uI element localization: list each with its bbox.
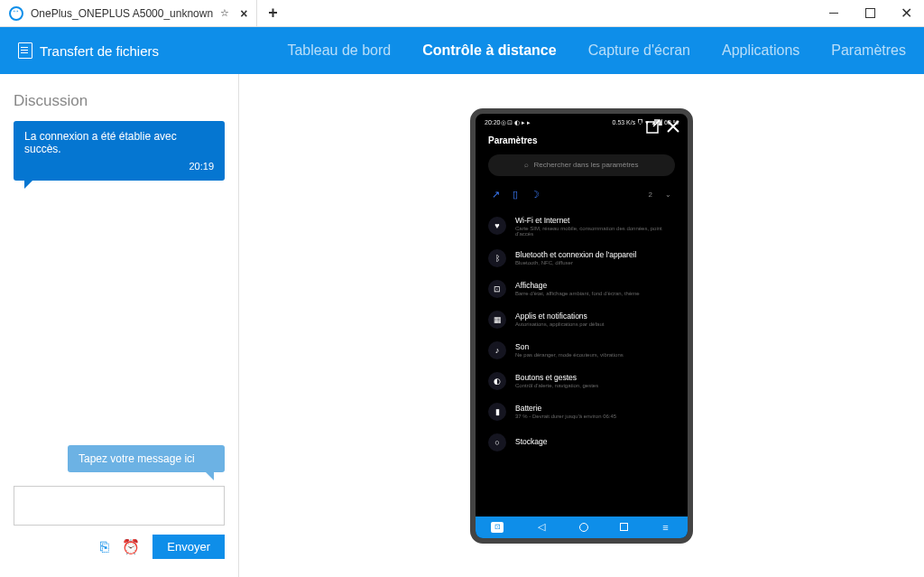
- close-tab-icon[interactable]: ×: [240, 6, 247, 21]
- setting-icon: ▮: [488, 403, 506, 421]
- file-transfer-icon: [18, 42, 32, 59]
- setting-icon: ◐: [488, 372, 506, 390]
- favorite-star-icon[interactable]: ☆: [220, 7, 229, 19]
- attach-file-icon[interactable]: ⎘: [100, 539, 109, 555]
- chat-message: La connexion a été établie avec succès. …: [14, 121, 225, 181]
- phone-navbar: ⊡ ◁ ≡: [476, 517, 688, 538]
- quick-phone-icon[interactable]: ▯: [513, 189, 518, 200]
- setting-subtitle: Bluetooth, NFC, diffuser: [515, 260, 636, 265]
- status-time: 20:20: [485, 119, 501, 126]
- chat-message-text: La connexion a été établie avec succès.: [24, 130, 214, 155]
- quick-badge: 2: [649, 191, 652, 199]
- search-icon: ⌕: [524, 161, 529, 169]
- setting-subtitle: Autorisations, applications par défaut: [515, 321, 604, 327]
- setting-title: Son: [515, 342, 624, 351]
- setting-icon: ○: [488, 433, 506, 451]
- nav-settings[interactable]: Paramètres: [831, 42, 906, 59]
- setting-subtitle: Carte SIM, réseau mobile, consommation d…: [515, 226, 675, 237]
- status-left-icons: ◎ ⊡ ◐ ▸ ▸: [501, 119, 531, 126]
- setting-icon: ▦: [488, 311, 506, 329]
- send-button[interactable]: Envoyer: [152, 535, 225, 559]
- chevron-down-icon[interactable]: ⌄: [665, 191, 671, 199]
- setting-title: Wi-Fi et Internet: [515, 216, 675, 225]
- setting-icon: ♪: [488, 341, 506, 359]
- teamviewer-icon: [9, 6, 23, 21]
- nav-dashboard[interactable]: Tableau de bord: [287, 42, 391, 59]
- settings-item[interactable]: ○ Stockage: [476, 427, 688, 458]
- message-input[interactable]: [14, 486, 225, 526]
- device-preview-area: 20:20 ◎ ⊡ ◐ ▸ ▸ 0.53 K/s ⛉ ♥ ▲ ◢ 68 % Pa…: [239, 74, 924, 577]
- nav-teamviewer-icon[interactable]: ⊡: [491, 522, 504, 533]
- settings-item[interactable]: ᛒ Bluetooth et connexion de l'appareil B…: [476, 243, 688, 274]
- setting-subtitle: Ne pas déranger, mode écouteurs, vibrati…: [515, 352, 624, 358]
- close-preview-icon[interactable]: [666, 119, 680, 134]
- popout-icon[interactable]: [646, 119, 661, 134]
- setting-title: Boutons et gestes: [515, 373, 598, 382]
- settings-item[interactable]: ⊡ Affichage Barre d'état, affichage ambi…: [476, 274, 688, 304]
- tab-title: OnePlus_ONEPLUS A5000_unknown: [31, 7, 213, 20]
- setting-title: Affichage: [515, 281, 640, 290]
- setting-title: Stockage: [515, 437, 547, 446]
- browser-tab[interactable]: OnePlus_ONEPLUS A5000_unknown ☆ ×: [0, 0, 257, 27]
- file-transfer-button[interactable]: Transfert de fichiers: [18, 42, 159, 59]
- settings-item[interactable]: ♥ Wi-Fi et Internet Carte SIM, réseau mo…: [476, 209, 688, 243]
- chat-sidebar: Discussion La connexion a été établie av…: [0, 74, 239, 577]
- settings-item[interactable]: ▮ Batterie 37 % - Devrait durer jusqu'à …: [476, 396, 688, 427]
- quick-data-icon[interactable]: ↗: [492, 189, 500, 200]
- nav-screenshot[interactable]: Capture d'écran: [588, 42, 690, 59]
- nav-applications[interactable]: Applications: [722, 42, 799, 59]
- settings-item[interactable]: ◐ Boutons et gestes Contrôl d'alerte, na…: [476, 366, 688, 396]
- setting-icon: ᛒ: [488, 249, 506, 267]
- search-placeholder: Rechercher dans les paramètres: [533, 161, 638, 169]
- close-window-button[interactable]: ✕: [888, 0, 924, 27]
- new-tab-button[interactable]: +: [257, 4, 289, 23]
- settings-item[interactable]: ♪ Son Ne pas déranger, mode écouteurs, v…: [476, 335, 688, 366]
- setting-icon: ⊡: [488, 280, 506, 298]
- maximize-button[interactable]: [852, 0, 888, 27]
- discussion-heading: Discussion: [14, 92, 225, 110]
- setting-title: Applis et notifications: [515, 312, 604, 321]
- setting-title: Bluetooth et connexion de l'appareil: [515, 250, 636, 259]
- input-hint-bubble: Tapez votre message ici: [68, 445, 225, 472]
- window-controls: ✕: [816, 0, 924, 27]
- nav-menu-icon[interactable]: ≡: [660, 522, 672, 533]
- main-area: Discussion La connexion a été établie av…: [0, 74, 924, 577]
- nav-recent-icon[interactable]: [620, 523, 628, 531]
- main-nav: Tableau de bord Contrôle à distance Capt…: [287, 42, 906, 59]
- settings-item[interactable]: ▦ Applis et notifications Autorisations,…: [476, 304, 688, 335]
- setting-icon: ♥: [488, 217, 506, 235]
- phone-search[interactable]: ⌕ Rechercher dans les paramètres: [488, 154, 675, 176]
- setting-title: Batterie: [515, 404, 616, 413]
- quick-moon-icon[interactable]: ☽: [531, 189, 540, 200]
- quick-toggles: ↗ ▯ ☽ 2 ⌄: [476, 185, 688, 209]
- nav-home-icon[interactable]: [579, 523, 588, 532]
- top-nav-bar: Transfert de fichiers Tableau de bord Co…: [0, 27, 924, 74]
- setting-subtitle: Contrôl d'alerte, navigation, gestes: [515, 383, 598, 388]
- minimize-button[interactable]: [816, 0, 852, 27]
- nudge-icon[interactable]: ⏰: [122, 538, 140, 555]
- settings-list: ♥ Wi-Fi et Internet Carte SIM, réseau mo…: [476, 209, 688, 458]
- chat-message-time: 20:19: [24, 161, 214, 172]
- nav-remote-control[interactable]: Contrôle à distance: [422, 42, 556, 59]
- nav-back-icon[interactable]: ◁: [535, 521, 548, 533]
- setting-subtitle: 37 % - Devrait durer jusqu'à environ 06:…: [515, 414, 616, 419]
- phone-frame[interactable]: 20:20 ◎ ⊡ ◐ ▸ ▸ 0.53 K/s ⛉ ♥ ▲ ◢ 68 % Pa…: [470, 108, 693, 544]
- title-bar: OnePlus_ONEPLUS A5000_unknown ☆ × + ✕: [0, 0, 924, 27]
- file-transfer-label: Transfert de fichiers: [40, 43, 159, 59]
- setting-subtitle: Barre d'état, affichage ambiant, fond d'…: [515, 291, 640, 296]
- send-row: ⎘ ⏰ Envoyer: [14, 535, 225, 559]
